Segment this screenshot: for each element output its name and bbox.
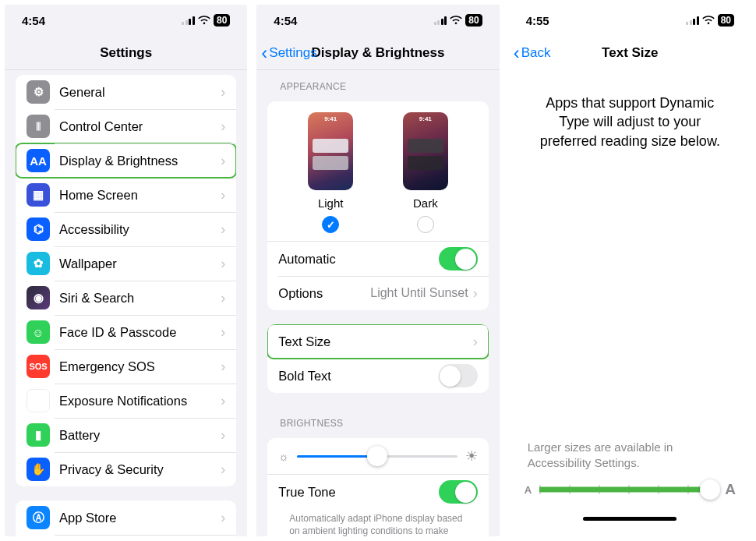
row-label: Privacy & Security: [59, 462, 221, 477]
accessibility-icon: ⌬: [26, 217, 50, 241]
row-text-size[interactable]: Text Size ›: [267, 324, 488, 359]
row-privacy[interactable]: ✋Privacy & Security›: [16, 452, 236, 486]
chevron-right-icon: ›: [221, 153, 225, 169]
row-true-tone: True Tone: [267, 475, 488, 509]
annotation-arrow: [539, 487, 712, 493]
status-time: 4:55: [526, 14, 549, 27]
battery-icon: 80: [718, 14, 734, 27]
row-label: True Tone: [278, 485, 438, 500]
siri-icon: ◉: [26, 286, 50, 309]
chevron-right-icon: ›: [221, 427, 225, 444]
battery-icon: 80: [214, 14, 230, 27]
row-label: Bold Text: [278, 369, 438, 384]
row-label: Wallpaper: [59, 256, 221, 271]
row-accessibility[interactable]: ⌬Accessibility›: [16, 212, 236, 246]
nav-bar: ‹Back Text Size: [509, 36, 751, 70]
grid-icon: ▦: [26, 183, 50, 207]
status-time: 4:54: [22, 14, 45, 27]
wifi-icon: [198, 16, 210, 25]
a-small-icon: A: [525, 484, 532, 496]
row-bold-text: Bold Text: [267, 359, 488, 393]
row-label: Options: [278, 286, 370, 301]
appearance-light[interactable]: 9:41 Light: [308, 112, 353, 233]
brightness-header: BRIGHTNESS: [256, 407, 499, 433]
row-siri[interactable]: ◉Siri & Search›: [16, 281, 236, 315]
row-home-screen[interactable]: ▦Home Screen›: [16, 178, 236, 212]
chevron-right-icon: ›: [221, 187, 225, 203]
row-sos[interactable]: SOSEmergency SOS›: [16, 349, 236, 384]
row-app-store[interactable]: ⒶApp Store›: [16, 500, 236, 535]
wifi-icon: [450, 16, 462, 25]
switches-icon: ⫴: [26, 115, 50, 138]
nav-title: Settings: [100, 45, 152, 61]
screen-display-brightness: 4:54 80 ‹Settings Display & Brightness A…: [256, 5, 499, 536]
cellular-icon: [182, 16, 195, 25]
row-detail: Light Until Sunset: [370, 286, 468, 300]
chevron-right-icon: ›: [221, 118, 225, 135]
screen-settings: 4:54 80 Settings ⚙︎General› ⫴Control Cen…: [5, 5, 247, 536]
text-size-slider-row: A A: [525, 481, 736, 498]
automatic-switch[interactable]: [439, 247, 478, 270]
chevron-right-icon: ›: [221, 84, 225, 101]
bold-text-switch[interactable]: [439, 364, 478, 387]
row-label: Exposure Notifications: [59, 394, 221, 408]
dark-preview: 9:41: [403, 112, 448, 190]
row-battery[interactable]: ▮Battery›: [16, 418, 236, 452]
row-exposure[interactable]: ✺Exposure Notifications›: [16, 384, 236, 418]
back-button[interactable]: ‹Back: [514, 36, 551, 70]
appearance-dark[interactable]: 9:41 Dark: [403, 112, 448, 233]
row-label: Face ID & Passcode: [59, 325, 221, 340]
appearance-picker: 9:41 Light 9:41 Dark: [267, 101, 488, 242]
status-bar: 4:55 80: [509, 5, 751, 36]
preview-time: 9:41: [403, 115, 448, 122]
hand-icon: ✋: [26, 458, 50, 481]
row-label: App Store: [59, 511, 221, 525]
chevron-right-icon: ›: [221, 510, 225, 526]
chevron-right-icon: ›: [221, 256, 225, 272]
row-label: Emergency SOS: [59, 359, 221, 374]
row-wallet[interactable]: 💳Wallet & Apple Pay›: [16, 535, 236, 536]
text-size-icon: AA: [26, 149, 50, 172]
chevron-right-icon: ›: [221, 393, 225, 409]
chevron-right-icon: ›: [221, 290, 225, 306]
true-tone-switch[interactable]: [439, 480, 478, 504]
row-general[interactable]: ⚙︎General›: [16, 75, 236, 109]
status-bar: 4:54 80: [256, 5, 499, 36]
row-face-id[interactable]: ☺︎Face ID & Passcode›: [16, 315, 236, 349]
a-large-icon: A: [725, 481, 736, 498]
nav-title: Display & Brightness: [311, 45, 444, 61]
radio-unselected-icon: [417, 216, 434, 233]
chevron-left-icon: ‹: [514, 44, 520, 62]
chevron-right-icon: ›: [473, 285, 478, 302]
settings-group-main: ⚙︎General› ⫴Control Center› AADisplay & …: [16, 75, 236, 486]
brightness-slider[interactable]: [297, 455, 457, 458]
row-label: Battery: [59, 428, 221, 443]
row-label: Home Screen: [59, 188, 221, 203]
nav-bar: ‹Settings Display & Brightness: [256, 36, 499, 70]
flower-icon: ✿: [26, 252, 50, 275]
nav-bar: Settings: [5, 36, 247, 70]
status-bar: 4:54 80: [5, 5, 247, 36]
home-indicator: [583, 517, 677, 521]
row-control-center[interactable]: ⫴Control Center›: [16, 109, 236, 143]
preview-time: 9:41: [308, 115, 353, 122]
gear-icon: ⚙︎: [26, 80, 50, 104]
battery-icon: 80: [465, 14, 482, 27]
appearance-group: 9:41 Light 9:41 Dark Automatic Options L…: [267, 101, 488, 310]
face-id-icon: ☺︎: [26, 320, 50, 344]
wifi-icon: [702, 16, 715, 25]
row-options[interactable]: Options Light Until Sunset ›: [267, 276, 488, 310]
sun-min-icon: ☼: [278, 450, 289, 463]
back-label: Settings: [269, 45, 316, 61]
row-label: Text Size: [278, 334, 472, 349]
text-size-slider[interactable]: [539, 488, 717, 491]
cellular-icon: [686, 16, 699, 25]
appearance-header: APPEARANCE: [256, 70, 499, 97]
sun-max-icon: ☀︎: [465, 447, 478, 465]
row-display-brightness[interactable]: AADisplay & Brightness›: [16, 143, 236, 178]
row-label: Display & Brightness: [59, 154, 221, 168]
back-button[interactable]: ‹Settings: [261, 36, 316, 69]
screen-text-size: 4:55 80 ‹Back Text Size Apps that suppor…: [509, 5, 751, 536]
row-wallpaper[interactable]: ✿Wallpaper›: [16, 246, 236, 281]
row-automatic: Automatic: [267, 242, 488, 276]
